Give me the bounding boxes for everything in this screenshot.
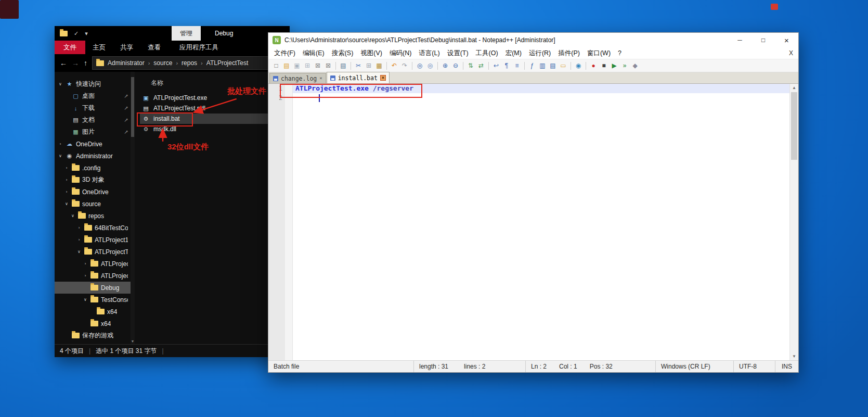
maximize-button[interactable]: □ — [752, 33, 775, 47]
new-file-icon[interactable]: □ — [271, 61, 281, 70]
sidebar-item[interactable]: ›3D 对象 — [55, 174, 131, 186]
file-row[interactable]: ▤ATLProjectTest.pdl — [140, 103, 275, 113]
menu-settings[interactable]: 设置(T) — [444, 47, 472, 59]
encoding[interactable]: UTF-8 — [734, 361, 775, 372]
file-row[interactable]: ▣ATLProjectTest.exe — [140, 93, 275, 103]
breadcrumb-item[interactable]: source — [153, 59, 172, 67]
quick-access-check-icon[interactable]: ✓ — [74, 30, 79, 37]
breadcrumb-item[interactable]: ATLProjectTest — [206, 59, 248, 67]
sidebar-item[interactable]: ↓下载⊸ — [55, 102, 131, 114]
vertical-scrollbar[interactable]: ▲ ▼ — [789, 84, 798, 360]
insert-mode[interactable]: INS — [775, 361, 798, 372]
menubar-close-icon[interactable]: X — [789, 49, 793, 57]
sidebar-item[interactable]: ›ATLProject1 — [55, 234, 131, 246]
quick-access-customize-icon[interactable]: ▾ — [85, 30, 88, 37]
back-icon[interactable]: ← — [60, 59, 67, 67]
chevron-right-icon[interactable]: › — [83, 261, 88, 266]
chevron-right-icon[interactable]: › — [64, 166, 69, 170]
sidebar-item[interactable]: ▦图片⊸ — [55, 126, 131, 138]
breadcrumb-item[interactable]: Administrator — [108, 59, 145, 67]
paste-icon[interactable]: ▦ — [374, 61, 384, 70]
chevron-right-icon[interactable]: › — [83, 273, 88, 278]
sidebar-item[interactable]: ›64BitTestCo — [55, 222, 131, 234]
redo-icon[interactable]: ↷ — [400, 61, 409, 70]
ribbon-home-tab[interactable]: 主页 — [85, 41, 113, 54]
tab-install.bat[interactable]: install.bat× — [327, 72, 390, 83]
navigation-scrollbar[interactable]: ▼ — [131, 72, 135, 344]
chevron-down-icon[interactable]: ∨ — [83, 297, 88, 302]
sync-horizontal-icon[interactable]: ⇄ — [476, 61, 486, 70]
manage-contextual-tab[interactable]: 管理 — [172, 26, 201, 41]
chevron-down-icon[interactable]: ∨ — [58, 82, 63, 86]
zoom-out-icon[interactable]: ⊖ — [451, 61, 460, 70]
file-row[interactable]: ⚙msdk.dll — [140, 124, 275, 134]
function-list-icon[interactable]: ƒ — [527, 61, 537, 70]
macro-stop-icon[interactable]: ■ — [599, 61, 608, 70]
desktop-icon[interactable] — [0, 0, 19, 19]
cut-icon[interactable]: ✂ — [354, 61, 363, 70]
menu-plugins[interactable]: 插件(P) — [554, 47, 584, 59]
sidebar-item[interactable]: x64 — [55, 306, 131, 318]
ribbon-view-tab[interactable]: 查看 — [140, 41, 168, 54]
word-wrap-icon[interactable]: ↩ — [491, 61, 501, 70]
file-row[interactable]: ⚙install.bat — [140, 113, 275, 124]
undo-icon[interactable]: ↶ — [390, 61, 399, 70]
name-column-header[interactable]: 名称 — [140, 77, 290, 89]
find-icon[interactable]: ◎ — [415, 61, 424, 70]
sidebar-item[interactable]: ∨ATLProjectT — [55, 246, 131, 258]
scroll-down-icon[interactable]: ▼ — [790, 352, 798, 360]
notepadpp-titlebar[interactable]: N C:\Users\Administrator\source\repos\AT… — [268, 33, 798, 47]
zoom-in-icon[interactable]: ⊕ — [441, 61, 450, 70]
sidebar-item[interactable]: ∨source — [55, 198, 131, 210]
breadcrumb[interactable]: Administrator›source›repos›ATLProjectTes… — [92, 56, 284, 70]
chevron-down-icon[interactable]: ∨ — [70, 213, 75, 218]
text-content[interactable]: ATLProjectTest.exe /regserver — [293, 84, 789, 360]
copy-icon[interactable]: ⊞ — [364, 61, 373, 70]
editor-line[interactable]: ATLProjectTest.exe /regserver — [293, 84, 789, 93]
editor-line[interactable] — [293, 93, 789, 103]
menu-encoding[interactable]: 编码(N) — [386, 47, 415, 59]
sidebar-item[interactable]: ›OneDrive — [55, 186, 131, 198]
chevron-down-icon[interactable]: ∨ — [58, 154, 63, 158]
chevron-right-icon[interactable]: › — [58, 142, 63, 146]
menu-file[interactable]: 文件(F) — [270, 47, 299, 59]
sidebar-item[interactable]: ∨★快速访问 — [55, 78, 131, 90]
document-list-icon[interactable]: ▤ — [548, 61, 558, 70]
macro-save-icon[interactable]: ◆ — [630, 61, 640, 70]
sync-vertical-icon[interactable]: ⇅ — [466, 61, 475, 70]
menu-run[interactable]: 运行(R) — [525, 47, 554, 59]
chevron-right-icon[interactable]: › — [76, 237, 82, 242]
menu-help[interactable]: ? — [614, 47, 625, 59]
document-map-icon[interactable]: ▥ — [538, 61, 547, 70]
scrollbar-thumb[interactable] — [131, 77, 134, 137]
sidebar-item[interactable]: ∨TestConso — [55, 294, 131, 306]
print-icon[interactable]: ▤ — [339, 61, 348, 70]
menu-language[interactable]: 语言(L) — [415, 47, 443, 59]
chevron-down-icon[interactable]: ∨ — [64, 201, 69, 206]
tab-close-icon[interactable]: × — [380, 75, 386, 81]
ribbon-apptools-tab[interactable]: 应用程序工具 — [172, 41, 226, 54]
chevron-right-icon[interactable]: › — [64, 178, 69, 182]
tab-close-icon[interactable]: × — [319, 76, 322, 81]
sidebar-item[interactable]: ∨repos — [55, 210, 131, 222]
macro-record-icon[interactable]: ● — [589, 61, 598, 70]
save-all-icon[interactable]: ⊞ — [303, 61, 312, 70]
monitoring-icon[interactable]: ◉ — [574, 61, 583, 70]
scroll-down-icon[interactable]: ▼ — [131, 339, 135, 343]
forward-icon[interactable]: → — [72, 59, 79, 67]
chevron-right-icon[interactable]: › — [64, 189, 69, 194]
editor-area[interactable]: 12 ATLProjectTest.exe /regserver ▲ ▼ — [268, 84, 798, 360]
macro-run-icon[interactable]: » — [620, 61, 629, 70]
sidebar-item[interactable]: ›ATLProject — [55, 258, 131, 270]
eol-format[interactable]: Windows (CR LF) — [656, 361, 734, 372]
menu-tools[interactable]: 工具(O) — [472, 47, 502, 59]
menu-view[interactable]: 视图(V) — [357, 47, 386, 59]
tab-change.log[interactable]: change.log× — [269, 73, 326, 83]
menu-window[interactable]: 窗口(W) — [584, 47, 614, 59]
close-all-icon[interactable]: ⊠ — [323, 61, 333, 70]
up-icon[interactable]: ↑ — [84, 59, 87, 67]
sidebar-item[interactable]: ›.config — [55, 162, 131, 174]
macro-play-icon[interactable]: ▶ — [610, 61, 619, 70]
show-all-characters-icon[interactable]: ¶ — [502, 61, 511, 70]
open-file-icon[interactable]: ▤ — [282, 61, 291, 70]
